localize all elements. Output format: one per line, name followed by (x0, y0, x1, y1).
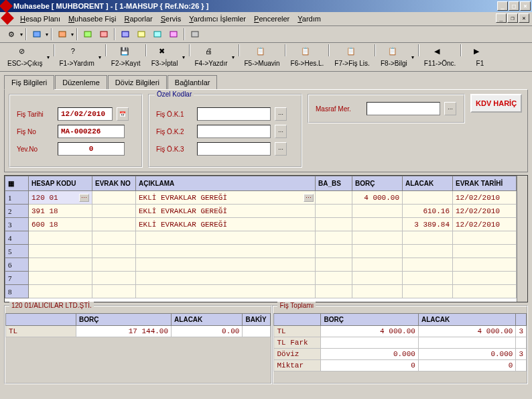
toolbar-button[interactable]: 💾F2->Kayıt (108, 44, 144, 70)
table-cell[interactable]: EKLİ EVRAKLAR GEREĞİ ⋯ (136, 191, 316, 205)
column-header[interactable]: HESAP KODU (29, 176, 92, 191)
table-cell[interactable] (403, 272, 453, 285)
table-cell[interactable] (352, 285, 403, 298)
toolbar-button[interactable]: ▶F1 (463, 44, 496, 70)
table-cell[interactable] (352, 231, 403, 245)
tab[interactable]: Düzenleme (55, 75, 107, 90)
calendar-icon[interactable]: 📅 (117, 107, 129, 121)
table-cell[interactable] (352, 245, 403, 258)
maximize-button[interactable]: □ (509, 1, 519, 11)
table-cell[interactable] (136, 245, 316, 258)
chevron-down-icon[interactable]: ▾ (230, 45, 237, 69)
fis-ok1-input[interactable] (197, 107, 271, 121)
table-cell[interactable] (92, 285, 136, 298)
chevron-down-icon[interactable]: ▾ (97, 45, 103, 69)
toolbar-button[interactable]: 📋F6->Hes.L. (287, 44, 328, 70)
tab[interactable]: Bağlantılar (168, 75, 218, 90)
table-cell[interactable] (136, 231, 316, 245)
column-header[interactable]: ▦ (5, 176, 29, 191)
column-header[interactable]: BA_BS (316, 176, 352, 191)
table-cell[interactable]: 4 (5, 231, 29, 245)
table-cell[interactable] (92, 205, 136, 218)
minimize-button[interactable]: _ (497, 1, 508, 11)
table-cell[interactable] (316, 231, 352, 245)
fis-no-input[interactable] (58, 125, 125, 138)
toolbar-button[interactable]: ✖F3->İptal▾ (148, 44, 182, 70)
table-cell[interactable] (453, 285, 517, 298)
column-header[interactable]: AÇIKLAMA (136, 176, 316, 191)
table-cell[interactable] (92, 245, 136, 258)
table-cell[interactable] (316, 285, 352, 298)
toolbar-button[interactable]: ◀F11->Önc. (421, 44, 460, 70)
table-cell[interactable] (316, 272, 352, 285)
toolbar-button[interactable]: 📋F7->Fiş Lis. (331, 44, 373, 70)
menu-item[interactable]: Pencereler (250, 13, 293, 24)
menu-item[interactable]: Yardımcı İşlemler (185, 13, 250, 24)
table-cell[interactable] (92, 191, 136, 205)
table-cell[interactable]: 6 (5, 258, 29, 272)
tool-icon[interactable] (150, 27, 165, 41)
table-cell[interactable] (403, 258, 453, 272)
table-cell[interactable]: 120 01 ⋯ (29, 191, 92, 205)
table-cell[interactable] (453, 272, 517, 285)
column-header[interactable]: BORÇ (352, 176, 403, 191)
column-header[interactable]: EVRAK NO (92, 176, 136, 191)
menu-item[interactable]: Raporlar (120, 13, 156, 24)
table-cell[interactable] (403, 191, 453, 205)
toolbar-button[interactable]: ⊘ESC->Çıkış▾ (4, 44, 46, 70)
table-cell[interactable]: 610.16 (403, 205, 453, 218)
table-cell[interactable]: 12/02/2010 (453, 205, 517, 218)
table-cell[interactable]: 7 (5, 272, 29, 285)
tool-icon[interactable] (134, 27, 149, 41)
table-cell[interactable] (403, 245, 453, 258)
toolbar-button[interactable]: 🖨F4->Yazdır▾ (192, 44, 231, 70)
menu-item[interactable]: Servis (157, 13, 186, 24)
mdi-minimize-button[interactable]: _ (496, 13, 507, 23)
table-row[interactable]: 1120 01 ⋯EKLİ EVRAKLAR GEREĞİ ⋯4 000.001… (5, 191, 517, 205)
chevron-down-icon[interactable]: ▾ (181, 45, 187, 69)
table-row[interactable]: 6 (5, 258, 517, 272)
table-cell[interactable] (352, 272, 403, 285)
toolbar-button[interactable]: ?F1->Yardım▾ (56, 44, 98, 70)
fis-tarihi-input[interactable] (58, 107, 113, 121)
tool-icon[interactable]: ⚙ (4, 27, 19, 41)
table-row[interactable]: 2391 18EKLİ EVRAKLAR GEREĞİ610.1612/02/2… (5, 205, 517, 218)
chevron-down-icon[interactable]: ▾ (410, 45, 416, 69)
menu-item[interactable]: Hesap Planı (16, 13, 64, 24)
fis-ok2-input[interactable] (197, 125, 271, 138)
table-cell[interactable]: 4 000.00 (352, 191, 403, 205)
table-cell[interactable] (92, 218, 136, 231)
close-button[interactable]: × (520, 1, 531, 11)
table-cell[interactable]: EKLİ EVRAKLAR GEREĞİ (136, 218, 316, 231)
tool-icon[interactable] (29, 27, 44, 41)
table-cell[interactable] (29, 245, 92, 258)
table-cell[interactable] (29, 285, 92, 298)
tool-icon[interactable] (80, 27, 95, 41)
tool-icon[interactable] (96, 27, 111, 41)
table-cell[interactable] (92, 258, 136, 272)
mdi-close-button[interactable]: × (519, 13, 529, 23)
table-cell[interactable]: 5 (5, 245, 29, 258)
table-row[interactable]: 3600 18EKLİ EVRAKLAR GEREĞİ3 389.8412/02… (5, 218, 517, 231)
table-cell[interactable]: 8 (5, 285, 29, 298)
lookup-icon[interactable]: ⋯ (79, 194, 89, 202)
table-cell[interactable]: 12/02/2010 (453, 218, 517, 231)
table-cell[interactable] (352, 258, 403, 272)
table-row[interactable]: 7 (5, 272, 517, 285)
table-cell[interactable] (453, 258, 517, 272)
table-cell[interactable] (403, 231, 453, 245)
tab[interactable]: Fiş Bilgileri (4, 75, 54, 90)
table-row[interactable]: 5 (5, 245, 517, 258)
table-row[interactable]: 8 (5, 285, 517, 298)
table-cell[interactable]: 3 (5, 218, 29, 231)
menu-item[interactable]: Muhasebe Fişi (64, 13, 121, 24)
mdi-restore-button[interactable]: ❐ (507, 13, 518, 23)
fis-ok3-input[interactable] (197, 142, 271, 156)
table-cell[interactable]: EKLİ EVRAKLAR GEREĞİ (136, 205, 316, 218)
column-header[interactable]: EVRAK TARİHİ (453, 176, 517, 191)
table-cell[interactable]: 1 (5, 191, 29, 205)
column-header[interactable]: ALACAK (403, 176, 453, 191)
table-cell[interactable] (136, 285, 316, 298)
table-cell[interactable] (316, 191, 352, 205)
table-cell[interactable] (92, 231, 136, 245)
